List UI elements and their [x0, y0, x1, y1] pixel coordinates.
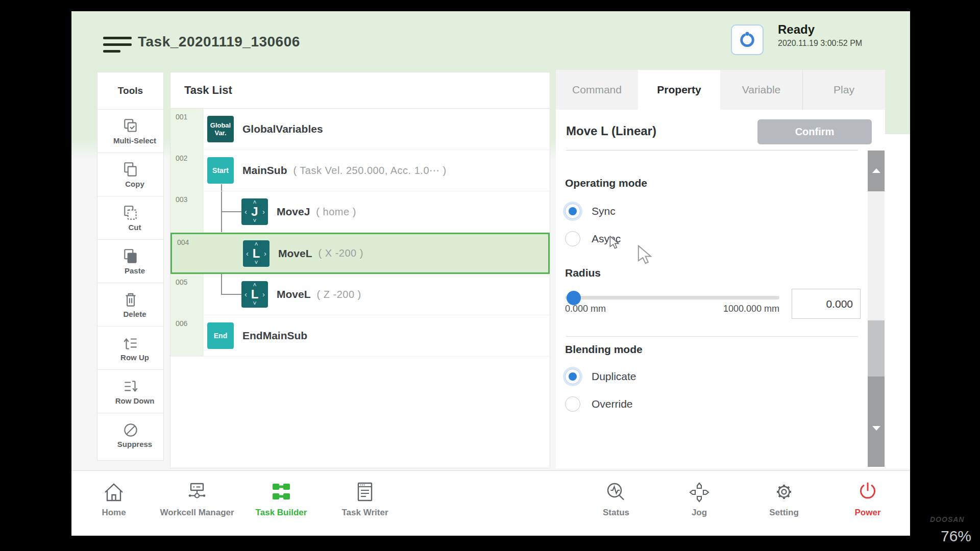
robot-state: Ready [778, 22, 815, 37]
task-rows: 001 GlobalVar. GlobalVariables 002 Start… [170, 109, 550, 357]
task-row-movej[interactable]: 003 ˄˅‹› J MoveJ ( home ) [170, 191, 550, 233]
confirm-button[interactable]: Confirm [757, 119, 872, 144]
task-row-endmainsub[interactable]: 006 End EndMainSub [170, 315, 550, 357]
task-builder-icon [269, 480, 293, 505]
operating-mode-label: Operating mode [565, 177, 647, 189]
radius-slider-thumb[interactable] [567, 291, 581, 305]
task-list-title: Task List [170, 72, 550, 109]
suppress-icon [121, 421, 140, 439]
tool-label: Cut [129, 223, 141, 232]
nav-home[interactable]: Home [71, 471, 157, 536]
scroll-up-icon[interactable] [872, 168, 880, 173]
doosan-watermark: DOOSAN [930, 515, 964, 523]
tool-label: Delete [123, 310, 146, 318]
status-timestamp: 2020.11.19 3:00:52 PM [778, 39, 862, 48]
movel-badge: ˄˅‹› L [243, 240, 270, 267]
tab-variable[interactable]: Variable [720, 70, 802, 110]
row-number: 005 [170, 274, 204, 315]
paste-icon [121, 248, 140, 265]
workcell-manager-icon [185, 480, 209, 505]
radio-unselected-icon[interactable] [565, 396, 580, 412]
blending-mode-label: Blending mode [565, 343, 643, 356]
row-params: ( X -200 ) [318, 247, 363, 259]
task-row-movel-2[interactable]: 005 ˄˅‹› L MoveL ( Z -200 ) [170, 274, 550, 315]
row-number: 003 [170, 191, 204, 232]
tab-property[interactable]: Property [638, 70, 720, 110]
nav-power[interactable]: Power [824, 471, 910, 536]
tool-delete[interactable]: Delete [97, 283, 163, 327]
nav-jog[interactable]: Jog [656, 471, 743, 536]
row-number: 001 [170, 109, 204, 149]
row-number: 002 [170, 150, 204, 191]
row-label: EndMainSub [242, 330, 307, 342]
row-number: 004 [172, 234, 205, 272]
divider [566, 150, 858, 151]
tool-multi-select[interactable]: Multi-Select [97, 110, 163, 153]
row-params: ( Task Vel. 250.000, Acc. 1.0⋯ ) [293, 164, 447, 177]
tab-play[interactable]: Play [802, 70, 885, 110]
radio-sync[interactable]: Sync [565, 204, 616, 219]
scrollbar-track[interactable] [868, 151, 885, 467]
scrollbar-thumb-bottom[interactable] [868, 377, 885, 467]
row-params: ( Z -200 ) [317, 289, 361, 300]
tab-command[interactable]: Command [556, 70, 638, 110]
tool-suppress[interactable]: Suppress [97, 413, 163, 457]
nav-workcell-manager[interactable]: Workcell Manager [154, 471, 240, 536]
task-row-mainsub[interactable]: 002 Start MainSub ( Task Vel. 250.000, A… [170, 150, 550, 191]
radio-selected-icon[interactable] [565, 369, 580, 384]
tool-cut[interactable]: Cut [97, 196, 163, 240]
property-panel: Move L (Linear) Confirm Operating mode S… [556, 110, 910, 468]
delete-icon [121, 291, 140, 309]
power-icon [855, 480, 880, 505]
menu-hamburger-icon[interactable] [103, 37, 134, 55]
tool-row-up[interactable]: Row Up [97, 327, 163, 370]
radio-unselected-icon[interactable] [565, 231, 580, 246]
row-params: ( home ) [316, 206, 356, 218]
nav-status[interactable]: Status [573, 471, 659, 536]
jog-icon [687, 480, 712, 505]
home-icon [102, 480, 126, 505]
radius-slider-track[interactable] [565, 296, 779, 299]
task-writer-icon [353, 480, 377, 505]
header-band-corner [885, 110, 910, 134]
row-label: MoveL [278, 247, 312, 260]
global-variables-badge: GlobalVar. [207, 116, 234, 142]
tool-label: Row Down [115, 396, 155, 405]
nav-task-builder[interactable]: Task Builder [238, 471, 325, 536]
copy-icon [121, 161, 140, 179]
mouse-cursor-large [636, 245, 652, 266]
command-title: Move L (Linear) [566, 124, 656, 138]
end-badge: End [207, 322, 234, 349]
radio-selected-icon[interactable] [565, 204, 580, 219]
tool-label: Copy [125, 180, 144, 188]
setting-icon [772, 480, 796, 505]
radius-label: Radius [565, 267, 601, 279]
scrollbar-thumb[interactable] [868, 151, 885, 191]
tool-label: Suppress [117, 440, 152, 448]
robot-status-button[interactable] [731, 24, 764, 55]
tool-paste[interactable]: Paste [97, 240, 163, 283]
start-badge: Start [207, 157, 234, 184]
status-icon [604, 480, 628, 505]
movel-badge: ˄˅‹› L [241, 281, 268, 308]
tool-copy[interactable]: Copy [97, 153, 163, 196]
row-down-icon [121, 378, 140, 395]
movej-badge: ˄˅‹› J [241, 198, 268, 225]
nav-task-writer[interactable]: Task Writer [322, 471, 408, 536]
row-number: 006 [170, 315, 204, 356]
zoom-level-indicator: 76% [941, 528, 971, 545]
task-row-globalvariables[interactable]: 001 GlobalVar. GlobalVariables [170, 109, 550, 150]
cut-icon [121, 205, 140, 222]
robot-gripper-icon [737, 30, 757, 49]
tool-row-down[interactable]: Row Down [97, 370, 163, 413]
radio-override[interactable]: Override [565, 396, 633, 412]
scroll-down-icon[interactable] [872, 426, 880, 431]
nav-setting[interactable]: Setting [741, 471, 827, 536]
tools-panel: Tools Multi-Select Copy Cut [97, 72, 164, 461]
radius-value-input[interactable] [792, 289, 861, 319]
scrollbar-segment[interactable] [868, 320, 885, 377]
radio-duplicate[interactable]: Duplicate [565, 369, 636, 384]
tool-label: Multi-Select [113, 136, 156, 145]
tool-label: Row Up [120, 353, 149, 362]
task-row-movel-selected[interactable]: 004 ˄˅‹› L MoveL ( X -200 ) [170, 233, 550, 274]
